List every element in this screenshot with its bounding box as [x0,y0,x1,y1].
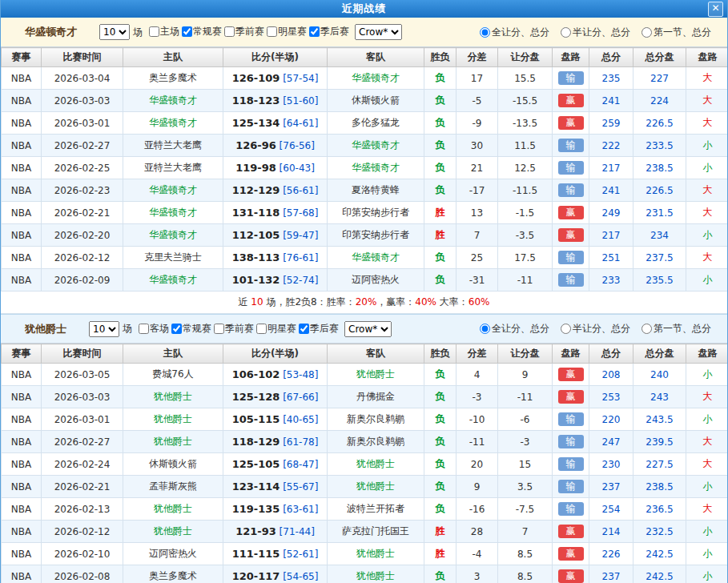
away-team-name: 新奥尔良鹈鹕 [347,413,404,424]
home-team-name: 犹他爵士 [154,391,192,402]
radio-input[interactable] [642,27,652,38]
checkbox-input[interactable] [139,324,149,334]
handicap-cell: 17.5 [498,247,553,269]
column-header: 让分盘 [498,48,553,67]
checkbox-input[interactable] [256,324,267,334]
column-header: 盘路 [553,344,589,364]
away-team-name: 迈阿密热火 [352,274,400,285]
filter-checkbox[interactable]: 季后赛 [299,322,339,336]
final-score: 106-102 [232,368,280,380]
handicap-result-cell: 赢 [553,565,589,583]
final-score: 120-117 [232,570,280,582]
game-row: NBA2026-02-24休斯顿火箭125-105 [68-47]犹他爵士负20… [2,453,728,476]
radio-option[interactable]: 全让分、总分 [480,322,549,336]
point-diff: 9 [474,481,481,493]
radio-option[interactable]: 半让分、总分 [561,26,630,39]
home-team-cell: 亚特兰大老鹰 [123,157,223,179]
games-count-select[interactable]: 10 [89,321,119,337]
filter-checkbox[interactable]: 主场 [149,25,179,38]
company-select[interactable]: Crow* [344,321,392,337]
total-points: 249 [602,207,621,219]
checkbox-input[interactable] [149,26,159,37]
handicap-cell: -7.5 [498,498,553,521]
checkbox-input[interactable] [224,26,235,37]
handicap-outcome-badge: 赢 [558,94,584,107]
win-loss-label: 胜 [436,207,445,218]
total-result-cell: 小 [686,543,728,565]
away-team-cell: 波特兰开拓者 [328,498,424,521]
total-cell: 217 [589,224,633,247]
handicap-outcome-badge: 输 [558,183,584,197]
filter-checkbox[interactable]: 季前赛 [214,322,254,336]
checkbox-input[interactable] [214,324,224,334]
total-result-cell: 大 [686,247,728,269]
filter-checkbox[interactable]: 季后赛 [309,25,349,38]
total-outcome-label: 大 [703,436,713,447]
column-header: 胜负 [424,48,457,67]
total-cell: 208 [589,364,633,386]
radio-input[interactable] [642,324,652,334]
score-cell: 101-132 [52-74] [223,269,328,292]
games-count-select[interactable]: 10 [99,24,130,40]
checkbox-input[interactable] [299,324,309,334]
total-result-cell: 小 [686,408,728,431]
checkbox-input[interactable] [182,26,192,37]
radio-option[interactable]: 第一节、总分 [642,322,711,336]
radio-option[interactable]: 第一节、总分 [642,26,711,39]
home-team-cell: 奥兰多魔术 [123,565,223,583]
column-header: 比分(半场) [223,48,328,67]
date-cell: 2026-02-08 [42,565,123,583]
close-icon[interactable]: ✕ [708,2,723,17]
away-team-cell: 犹他爵士 [328,476,424,498]
column-header: 盘路 [686,48,728,67]
result-cell: 负 [424,157,457,179]
checkbox-input[interactable] [267,26,277,37]
handicap-cell: 3.5 [498,476,553,498]
total-points: 253 [602,392,621,403]
checkbox-input[interactable] [171,324,182,334]
total-line: 242.5 [646,571,673,582]
score-cell: 123-114 [55-67] [223,476,328,498]
radio-option[interactable]: 半让分、总分 [561,322,630,336]
filter-checkbox[interactable]: 常规赛 [171,322,211,336]
half-score: [71-44] [280,526,315,537]
home-team-name: 华盛顿奇才 [149,207,197,218]
summary-segment: 近 [238,296,251,308]
radio-input[interactable] [480,324,490,334]
radio-input[interactable] [561,27,571,38]
league-label: NBA [11,185,31,196]
filter-checkbox[interactable]: 客场 [139,322,169,336]
home-team-cell: 华盛顿奇才 [123,224,223,247]
handicap-line: 15.5 [514,73,536,84]
radio-option[interactable]: 全让分、总分 [480,26,549,39]
point-diff: 25 [471,252,483,263]
column-header: 比赛时间 [42,344,123,364]
filter-checkbox[interactable]: 季前赛 [224,25,264,38]
radio-label: 第一节、总分 [654,26,711,39]
handicap-outcome-badge: 输 [558,273,584,287]
handicap-line: -11.5 [513,185,537,196]
total-line-cell: 231.5 [633,202,686,224]
win-loss-label: 负 [436,162,445,173]
total-result-cell: 小 [686,476,728,498]
filter-checkbox[interactable]: 明星赛 [256,322,296,336]
company-select[interactable]: Crow* [355,24,402,40]
games-table-body: NBA2026-03-04奥兰多魔术126-109 [57-54]华盛顿奇才负1… [2,67,728,292]
checkbox-label: 季后赛 [320,25,349,38]
handicap-result-cell: 输 [553,67,589,90]
radio-input[interactable] [561,324,571,334]
away-team-cell: 多伦多猛龙 [328,112,424,135]
home-team-name: 克里夫兰骑士 [144,251,202,263]
radio-input[interactable] [480,27,490,38]
game-row: NBA2026-03-03华盛顿奇才118-123 [51-60]休斯顿火箭负-… [2,90,728,112]
filter-checkbox[interactable]: 常规赛 [182,25,222,38]
score-cell: 125-134 [64-61] [223,112,328,135]
checkbox-input[interactable] [309,26,320,37]
point-diff: -9 [473,118,482,129]
game-date: 2026-02-27 [54,436,111,448]
home-team-name: 孟菲斯灰熊 [149,480,197,492]
final-score: 123-114 [232,480,280,493]
filter-checkbox[interactable]: 明星赛 [267,25,307,38]
home-team-cell: 犹他爵士 [123,521,223,543]
total-cell: 253 [589,386,633,408]
